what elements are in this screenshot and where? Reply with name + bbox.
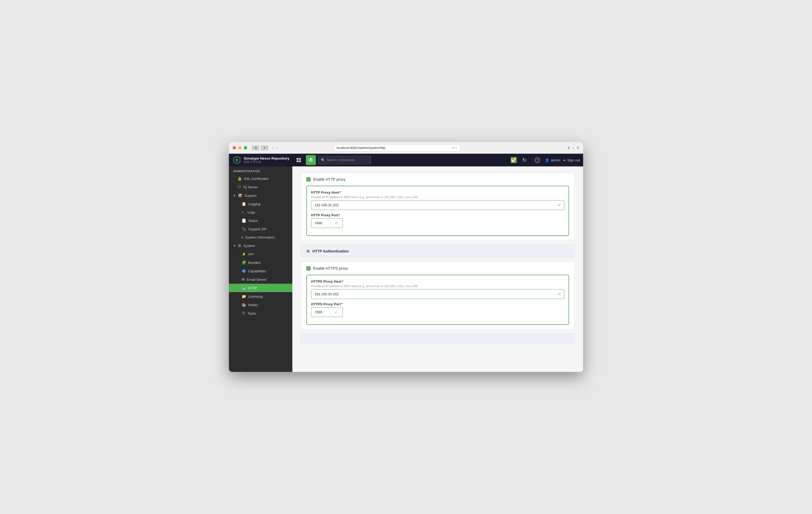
status-icon: ✅ [511,157,517,163]
enable-https-row: ✓ Enable HTTPS proxy [301,262,574,275]
capabilities-icon: 🔷 [241,269,246,273]
http-proxy-box: HTTP Proxy Host* Provide an IP address o… [306,186,569,236]
brand: Sonatype Nexus Repository OSS 3.70.1-02 [232,155,289,165]
brand-logo [232,155,241,165]
sidebar-item-api[interactable]: ⚡ API [229,250,292,258]
admin-button[interactable] [306,155,316,165]
http-host-hint: Provide an IP address or DNS name (e.g.,… [311,195,564,199]
https-port-check-icon: ✓ [332,307,340,317]
logs-label: Logs [248,210,255,214]
https-host-input[interactable] [311,290,554,298]
nodes-icon: 📚 [241,303,246,307]
sidebar-item-email-server[interactable]: ✉ Email Server [229,275,292,284]
https-port-group: HTTPS Proxy Port* ✓ [311,302,564,317]
http-proxy-section: ✓ Enable HTTP proxy HTTP Proxy Host* Pro… [301,173,575,240]
close-button[interactable] [233,146,236,150]
bundles-label: Bundles [248,261,261,265]
http-host-input[interactable] [311,201,554,209]
sidebar-item-system-information[interactable]: ℹ System Information [229,233,292,241]
support-caret: ▼ [233,194,236,197]
address-bar[interactable]: localhost:8081/#admin/system/http ⊕ ↻ [334,144,460,152]
system-label: System [243,244,255,248]
window-controls: ⊞ ▾ [252,145,268,151]
forward-button[interactable]: › [276,146,279,150]
email-label: Email Server [247,278,266,281]
email-icon: ✉ [241,277,245,281]
search-placeholder: Search components [327,158,355,162]
sidebar-item-logs[interactable]: >_ Logs [229,208,292,216]
logs-icon: >_ [241,211,245,214]
sidebar-item-status[interactable]: 📄 Status [229,216,292,225]
minimize-button[interactable] [238,146,241,150]
licensing-icon: 📁 [241,294,246,299]
user-button[interactable]: 👤 admin [545,158,560,162]
capabilities-label: Capabilities [248,269,266,273]
sidebar-item-support[interactable]: ▼ 📦 Support [229,191,292,200]
brand-version: OSS 3.70.1-02 [244,160,289,164]
sidebar-item-logging[interactable]: 📋 Logging [229,200,292,208]
http-port-input[interactable] [311,219,332,227]
svg-rect-6 [299,160,301,162]
sidebar-item-http[interactable]: 🚌 HTTP [229,284,292,292]
https-host-group: HTTPS Proxy Host* Provide an IP address … [311,279,564,299]
https-port-required: * [341,302,343,306]
api-label: API [248,252,254,256]
address-icons: ⊕ ↻ [452,146,458,150]
title-bar: ⊞ ▾ ‹ › localhost:8081/#admin/system/htt… [229,142,583,154]
sidebar-item-bundles[interactable]: 🧩 Bundles [229,258,292,267]
http-auth-section[interactable]: ⊗ HTTP Authentication [301,245,575,258]
sysinfo-icon: ℹ [241,236,243,239]
sidebar-item-iq-server[interactable]: 🛡 IQ Server [229,183,292,191]
share-button[interactable]: ⬆ [567,146,571,150]
licensing-label: Licensing [248,295,263,299]
http-port-input-row: ✓ [311,218,343,228]
support-label: Support [244,193,257,198]
dropdown-button[interactable]: ▾ [261,145,268,151]
refresh-button[interactable]: ↻ [520,155,530,165]
iq-icon: 🛡 [237,185,241,189]
app: Sonatype Nexus Repository OSS 3.70.1-02 [229,154,583,372]
help-button[interactable]: ? [532,155,542,165]
bottom-section [301,334,575,344]
sidebar-item-system[interactable]: ▼ ⚙ System [229,241,292,250]
https-host-hint: Provide an IP address or DNS name (e.g.,… [311,284,564,288]
enable-http-label: Enable HTTP proxy [313,177,345,181]
api-icon: ⚡ [241,252,246,256]
sidebar-toggle-button[interactable]: ⊞ [252,145,259,151]
http-host-label: HTTP Proxy Host* [311,190,564,194]
http-port-check-icon: ✓ [332,218,340,228]
http-label: HTTP [248,286,257,290]
new-tab-button[interactable]: + [573,146,575,150]
search-box[interactable]: 🔍 Search components [318,156,371,164]
maximize-button[interactable] [244,146,247,150]
user-icon: 👤 [545,158,549,162]
sidebar-item-ssl-certificates[interactable]: 🔒 SSL Certificates [229,174,292,183]
sidebar-item-nodes[interactable]: 📚 Nodes [229,301,292,309]
system-caret: ▼ [233,244,236,247]
sidebar-item-tasks[interactable]: ⏱ Tasks [229,309,292,318]
signout-button[interactable]: ➜ Sign out [563,158,580,162]
http-port-label: HTTP Proxy Port* [311,213,564,217]
https-port-input[interactable] [311,308,332,316]
sidebar-item-licensing[interactable]: 📁 Licensing [229,292,292,301]
traffic-lights [233,146,247,150]
status-label: Status [248,219,258,223]
app-window: ⊞ ▾ ‹ › localhost:8081/#admin/system/htt… [229,142,583,372]
enable-https-checkbox[interactable]: ✓ [306,266,311,270]
support-icon: 📦 [238,193,242,198]
sidebar: Administration 🔒 SSL Certificates 🛡 IQ S… [229,167,292,372]
svg-text:?: ? [536,158,539,162]
zip-icon: 📎 [241,227,246,231]
http-port-required: * [339,213,340,217]
zip-label: Support ZIP [248,227,266,231]
http-host-check-icon: ✓ [554,201,564,210]
browse-button[interactable] [294,155,304,165]
sidebar-item-capabilities[interactable]: 🔷 Capabilities [229,267,292,275]
sidebar-item-support-zip[interactable]: 📎 Support ZIP [229,225,292,233]
back-button[interactable]: ‹ [271,146,274,150]
main-layout: Administration 🔒 SSL Certificates 🛡 IQ S… [229,167,583,372]
new-window-button[interactable]: ⧉ [577,146,579,150]
enable-http-checkbox[interactable]: ✓ [306,177,311,181]
sysinfo-label: System Information [245,235,274,239]
http-icon: 🚌 [241,286,246,290]
